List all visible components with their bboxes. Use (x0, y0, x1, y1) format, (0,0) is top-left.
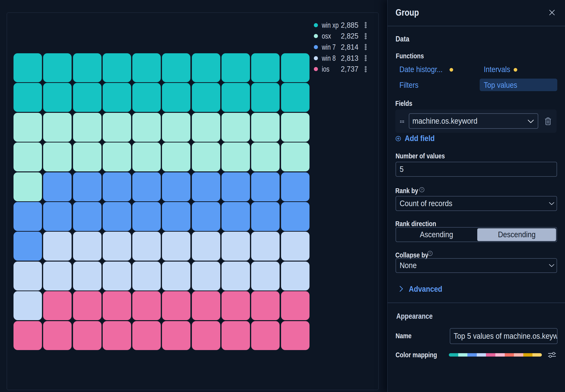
svg-text:?: ? (421, 188, 423, 191)
svg-text:?: ? (429, 252, 431, 255)
